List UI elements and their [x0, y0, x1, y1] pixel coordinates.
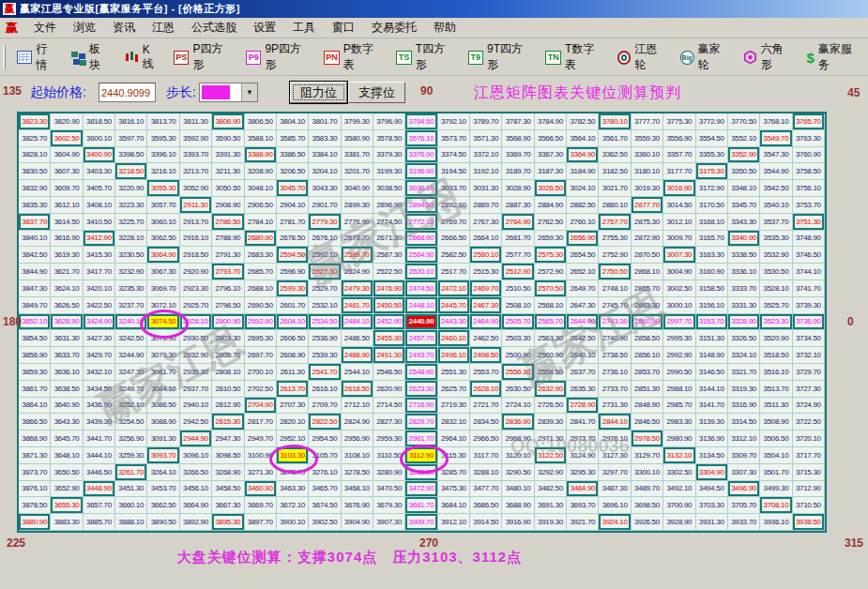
grid-cell: 3739.30 [793, 297, 825, 314]
grid-cell: 3278.50 [342, 464, 373, 481]
grid-cell: 3825.70 [19, 130, 51, 147]
grid-cell: 3475.30 [438, 481, 470, 498]
grid-cell: 3528.10 [760, 280, 792, 297]
toolbar-button-P数字表[interactable]: PNP数字表 [317, 38, 389, 76]
grid-cell: 3050.50 [212, 180, 244, 197]
grid-cell: 3189.70 [502, 163, 534, 180]
toolbar-button-江恩轮[interactable]: 江恩轮 [611, 38, 674, 76]
toolbar-button-行情[interactable]: 行情 [10, 38, 65, 76]
grid-cell: 3139.30 [696, 414, 728, 430]
grid-cell: 2568.10 [535, 297, 567, 314]
angle-label-90: 90 [420, 84, 433, 98]
toolbar-label: 赢家轮 [698, 41, 731, 73]
grid-cell: 3415.30 [84, 247, 115, 264]
support-button[interactable]: 支撑位 [348, 82, 405, 103]
toolbar-button-T数字表[interactable]: TNT数字表 [539, 38, 610, 76]
grid-cell: 3225.70 [115, 214, 147, 231]
grid-cell: 3655.30 [51, 497, 83, 514]
dollar-icon: $ [807, 51, 815, 65]
toolbar-button-P四方形[interactable]: PSP四方形 [167, 38, 239, 76]
toolbar-button-六角形[interactable]: 六角形 [737, 38, 799, 76]
menu-item-交易委托[interactable]: 交易委托 [363, 18, 425, 38]
grid-cell: 3842.50 [19, 247, 51, 264]
grid-cell: 2587.30 [373, 247, 405, 264]
grid-cell: 3271.30 [245, 464, 277, 481]
menu-item-江恩[interactable]: 江恩 [144, 18, 183, 38]
grid-cell: 2956.90 [342, 430, 373, 447]
grid-cell: 2551.30 [438, 364, 470, 381]
grid-cell: 3907.30 [373, 514, 405, 531]
grid-cell: 2781.70 [277, 214, 309, 231]
grid-cell: 3208.90 [245, 163, 277, 180]
toolbar-button-K线[interactable]: K线 [117, 40, 167, 75]
grid-cell: 3794.50 [405, 113, 437, 130]
grid-cell: 2524.90 [342, 264, 373, 280]
toolbar-button-9P四方形[interactable]: P99P四方形 [239, 38, 317, 76]
start-price-input[interactable] [99, 83, 156, 102]
grid-cell: 3756.10 [793, 180, 825, 197]
grid-cell: 3619.30 [51, 247, 83, 264]
grid-cell: 3302.50 [663, 464, 695, 481]
grid-cell: 3916.90 [502, 514, 534, 531]
menu-item-浏览[interactable]: 浏览 [65, 18, 104, 38]
grid-cell: 2452.90 [373, 314, 405, 331]
grid-cell: 3021.70 [599, 180, 631, 197]
grid-cell: 3333.70 [728, 280, 760, 297]
toolbar-button-板块[interactable]: 板块 [65, 38, 118, 76]
grid-cell: 3379.30 [373, 147, 405, 164]
grid-cell: 2616.10 [309, 381, 341, 398]
grid-cell: 2563.30 [535, 330, 567, 347]
grid-cell: 3446.50 [84, 464, 115, 481]
grid-cell: 3396.10 [147, 147, 179, 164]
grid-cell: 2829.70 [405, 414, 437, 430]
toolbar-button-赢家轮[interactable]: Big赢家轮 [674, 38, 737, 76]
grid-cell: 2496.10 [438, 347, 470, 364]
grid-cell: 3100.90 [245, 447, 277, 464]
grid-cell: 3148.90 [696, 347, 728, 364]
grid-cell: 2726.50 [535, 398, 567, 415]
grid-cell: 3470.50 [373, 481, 405, 498]
grid-cell: 3144.10 [696, 381, 728, 398]
grid-cell: 3194.50 [438, 163, 470, 180]
grid-cell: 3456.10 [180, 481, 212, 498]
menu-item-工具[interactable]: 工具 [284, 18, 324, 38]
grid-cell: 2733.70 [599, 381, 631, 398]
grid-cell: 3854.50 [19, 330, 51, 347]
grid-cell: 2757.70 [599, 214, 631, 231]
menu-item-设置[interactable]: 设置 [245, 18, 284, 38]
grid-cell: 3072.10 [147, 297, 179, 314]
toolbar-button-9T四方形[interactable]: T99T四方形 [462, 38, 540, 76]
menu-item-帮助[interactable]: 帮助 [425, 18, 464, 38]
grid-cell: 2594.50 [277, 247, 309, 264]
grid-cell: 2719.30 [438, 398, 470, 415]
menu-item-资讯[interactable]: 资讯 [104, 18, 144, 38]
grid-cell: 2786.50 [212, 214, 244, 231]
grid-cell: 3638.50 [51, 381, 83, 398]
toolbar-button-T四方形[interactable]: TST四方形 [389, 38, 461, 76]
grid-cell: 3016.90 [663, 180, 695, 197]
grid-cell: 3156.10 [696, 297, 728, 314]
grid-cell: 2536.90 [309, 330, 341, 347]
menu-item-公式选股[interactable]: 公式选股 [183, 18, 245, 38]
grid-cell: 2532.10 [309, 297, 341, 314]
key-levels-status-text: 大盘关键位测算：支撑3074点 压力3103、3112点 [0, 549, 699, 566]
toolbar-button-赢家服务[interactable]: $赢家服务 [800, 38, 868, 76]
resistance-button[interactable]: 阻力位 [290, 82, 347, 103]
grid-cell: 3405.70 [84, 180, 115, 197]
grid-cell: 3057.70 [147, 197, 179, 214]
combo-dropdown-arrow-icon[interactable]: ▼ [241, 83, 257, 101]
grid-cell: 2709.70 [309, 398, 341, 415]
grid-cell: 3393.70 [180, 147, 212, 164]
grid-cell: 3688.90 [502, 497, 534, 514]
grid-cell: 3204.10 [309, 163, 341, 180]
menu-item-窗口[interactable]: 窗口 [324, 18, 363, 38]
grid-cell: 2836.90 [502, 414, 534, 430]
grid-cell: 3448.90 [84, 481, 115, 498]
step-color-combobox[interactable]: ▼ [199, 83, 258, 102]
grid-cell: 3184.90 [567, 163, 599, 180]
grid-cell: 3703.30 [696, 497, 728, 514]
grid-cell: 3664.90 [180, 497, 212, 514]
grid-cell: 3698.50 [632, 497, 663, 514]
menu-item-文件[interactable]: 文件 [25, 18, 65, 38]
grid-cell: 3832.90 [19, 180, 51, 197]
